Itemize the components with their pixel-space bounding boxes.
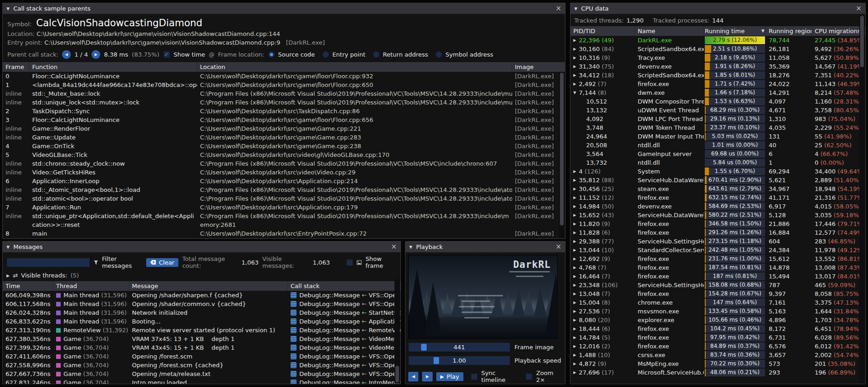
message-callstack-button[interactable]: DebugLog::Message ← StartNetwo... (288, 308, 400, 317)
cpu-process-row[interactable]: ▶18,444 (6)firefox.exe104.2 ms (0.45%)8,… (571, 324, 865, 333)
message-callstack-button[interactable]: DebugLog::Message ← VFS::Open... (288, 370, 400, 378)
cpu-process-row[interactable]: ▶4,768 (7)firefox.exe187.54 ms (0.81%)14… (571, 263, 865, 272)
message-row[interactable]: 626,024,328nsMain thread (31,596)Network… (3, 308, 400, 317)
cpu-thread-row[interactable]: 3,564GameInput server69.68 us (0.00%)64 … (571, 150, 865, 158)
message-row[interactable]: 627,380,356nsGame (36,704)VRAM 37x45: 13… (3, 335, 400, 343)
message-row[interactable]: 627,667,736nsGame (36,704)Opening /meta/… (3, 370, 400, 378)
cpu-process-row[interactable]: ▶13,044 (10)StandardCollector.Service.ex… (571, 246, 865, 254)
message-row[interactable]: 627,313,190nsRemoteView (31,392)Remote v… (3, 326, 400, 335)
playback-titlebar[interactable]: ▼ Playback × (405, 242, 565, 253)
expand-row-icon[interactable]: ▶ (573, 219, 579, 228)
expand-row-icon[interactable]: ▶ (573, 281, 579, 289)
expand-row-icon[interactable]: ▶ (573, 62, 579, 71)
message-row[interactable]: 606,117,568nsMain thread (31,596)Opening… (3, 300, 400, 308)
collapse-icon[interactable]: ▼ (409, 245, 412, 249)
play-button[interactable]: ▶Play (436, 372, 463, 381)
expand-row-icon[interactable]: ▶ (573, 237, 579, 246)
collapse-icon[interactable]: ▼ (6, 6, 10, 11)
cpu-process-row[interactable]: ▶27,696 (17)Microsoft.ServiceHub.Control… (571, 368, 865, 377)
close-icon[interactable]: × (555, 5, 561, 12)
cpu-process-row[interactable]: ▶15,652 (43)ServiceHub.DataWarehouseHost… (571, 211, 865, 219)
cpu-process-row[interactable]: ▶2,492 (7)firefox.exe1.71 s (7.42%)24,02… (571, 80, 865, 88)
zoom-2x-checkbox[interactable] (525, 373, 532, 380)
cpu-process-row[interactable]: ▶12,692 (9)firefox.exe231.76 ms (1.00%)1… (571, 254, 865, 263)
cpu-process-row[interactable]: ▶1,488 (10)csrss.exe83.74 ms (0.36%)3,65… (571, 351, 865, 359)
close-icon[interactable]: × (391, 243, 397, 250)
frame-image-slider[interactable]: 441 (408, 342, 510, 352)
col-thread[interactable]: Thread (53, 281, 129, 291)
cpu-thread-row[interactable]: 4,092DWM LPC Port Thread29.16 ms (0.13%)… (571, 115, 865, 123)
callstack-frame-row[interactable]: inlineinvoke_maind:\agent\_work\63\s\src… (3, 238, 565, 238)
expand-row-icon[interactable]: ▶ (573, 333, 579, 342)
cpu-process-row[interactable]: ▶30,160 (84)ScriptedSandbox64.exe2.51 s … (571, 45, 865, 53)
message-callstack-button[interactable]: DebugLog::Message ← Application:... (288, 317, 400, 326)
cpu-process-row[interactable]: ▶15,004 (8)chrome.exe147 ms (0.64%)7,161… (571, 298, 865, 307)
callstack-frame-row[interactable]: inlinestd::chrono::steady_clock::nowC:\P… (3, 159, 565, 168)
callstack-frame-row[interactable]: 0Floor::CalcLightNoLuminanceC:\Users\wol… (3, 72, 565, 81)
radio-symbol-address[interactable] (435, 51, 442, 58)
callstack-frame-row[interactable]: inlineGame::RenderFloorC:\Users\wolf\Des… (3, 124, 565, 133)
expand-row-icon[interactable]: ▶ (573, 289, 579, 298)
cpu-titlebar[interactable]: ▼ CPU data × (571, 3, 865, 14)
expand-row-icon[interactable]: ▶ (573, 307, 579, 316)
message-callstack-button[interactable]: DebugLog::Message ← VFS::Open... (288, 291, 400, 300)
cpu-process-row[interactable]: ▶14,784 (5)firefox.exe97.95 ms (0.42%)6,… (571, 333, 865, 342)
cpu-thread-row[interactable]: 3,748DWM Token Thread23.37 ms (0.10%)4,0… (571, 123, 865, 132)
col-running-time[interactable]: Running time▼ (704, 26, 766, 36)
cpu-process-row[interactable]: ▶14,984 (50)devenv.exe584.69 ms (2.53%)6… (571, 202, 865, 211)
cpu-process-row[interactable]: ▶16,464 (7)firefox.exe187 ms (0.81%)15,4… (571, 272, 865, 281)
expand-row-icon[interactable]: ▶ (573, 316, 579, 324)
cpu-process-row[interactable]: ▶4,872 (9)MsMpEng.exe70.22 ms (0.30%)573… (571, 359, 865, 368)
callstack-frame-row[interactable]: inlinestd::_Atomic_storage<bool,1>::load… (3, 185, 565, 194)
expand-row-icon[interactable]: ▶ (573, 228, 579, 237)
message-row[interactable]: 606,049,398nsMain thread (31,596)Opening… (3, 291, 400, 300)
cpu-process-row[interactable]: ▶34,412 (18)ScriptedSandbox64.exe1.85 s … (571, 71, 865, 80)
playback-speed-slider[interactable]: 1.00 (408, 356, 510, 365)
expand-row-icon[interactable]: ▶ (573, 324, 579, 333)
message-callstack-button[interactable]: DebugLog::Message ← VFS::Open... (288, 352, 400, 361)
expand-row-icon[interactable]: ▶ (573, 272, 579, 281)
col-message[interactable]: Message (129, 281, 288, 291)
cpu-process-row[interactable]: ▶11,820 (9)firefox.exe346.58 ms (1.50%)2… (571, 219, 865, 228)
visible-threads-row[interactable]: ▶ ⇄ Visible threads: (5) (3, 271, 400, 281)
col-location[interactable]: Location (197, 62, 512, 72)
message-callstack-button[interactable]: DebugLog::Message ← VideoMemo... (288, 335, 400, 343)
cpu-process-row[interactable]: ▶22,396 (49)DarkRL.exe2.79 s (12.06%)78,… (571, 36, 865, 45)
cpu-thread-row[interactable]: 24,964DWM Master Input Thread5.03 ms (0.… (571, 132, 865, 141)
show-time-checkbox[interactable]: ✓ (163, 51, 170, 58)
cpu-process-row[interactable]: ▶27,536 (7)msvsmon.exe133.45 ms (0.58%)5… (571, 307, 865, 316)
cpu-process-row[interactable]: ▶30,456 (25)steam.exe643.61 ms (2.79%)34… (571, 185, 865, 193)
callstack-frame-row[interactable]: inlinestd::atomic<bool>::operator boolC:… (3, 194, 565, 203)
callstack-frame-row[interactable]: inlinestd::unique_lock<std::mutex>::lock… (3, 98, 565, 107)
message-row[interactable]: 627,558,996nsGame (36,704)Opening /fores… (3, 361, 400, 370)
expand-row-icon[interactable]: ▶ (573, 246, 579, 254)
cpu-process-row[interactable]: ▶12,016 (2)firefox.exe84.89 ms (0.37%)6,… (571, 342, 865, 351)
expand-row-icon[interactable]: ▶ (573, 53, 579, 62)
radio-source-code[interactable] (268, 51, 275, 58)
callstack-frame-row[interactable]: inlinestd::unique_ptr<Application,std::d… (3, 212, 565, 229)
expand-row-icon[interactable]: ▶ (573, 298, 579, 307)
col-function[interactable]: Function (29, 62, 197, 72)
expand-row-icon[interactable]: ▶ (573, 359, 579, 368)
expand-row-icon[interactable]: ▶ (573, 254, 579, 263)
next-frame-button[interactable]: ▶ (422, 372, 432, 381)
expand-row-icon[interactable]: ▶ (573, 342, 579, 351)
next-stack-button[interactable]: ▶ (91, 50, 100, 59)
expand-row-icon[interactable]: ▶ (573, 351, 579, 359)
callstack-frame-row[interactable]: 5VideoGLBase::TickC:\Users\wolf\Desktop\… (3, 150, 565, 159)
expand-row-icon[interactable]: ▶ (573, 45, 579, 53)
cpu-process-row[interactable]: ▶11,152 (12)firefox.exe632.15 ms (2.74%)… (571, 193, 865, 202)
expand-row-icon[interactable]: ▶ (573, 71, 579, 80)
messages-scrollbar[interactable] (394, 279, 400, 383)
cpu-thread-row[interactable]: 13,732ntdll.dll5.84 us (0.00%)10 (0.00%) (571, 158, 865, 167)
close-icon[interactable]: × (555, 243, 561, 250)
callstack-frame-row[interactable]: inlineGame::UpdateC:\Users\wolf\Desktop\… (3, 133, 565, 142)
radio-entry-point[interactable] (322, 51, 329, 58)
close-icon[interactable]: × (856, 5, 862, 12)
callstack-frame-row[interactable]: 3Floor::CalcLightNoLuminanceC:\Users\wol… (3, 116, 565, 124)
expand-row-icon[interactable]: ▶ (573, 211, 579, 219)
col-running-regions[interactable]: Running regions (766, 26, 812, 36)
cpu-process-row[interactable]: ▶35,812 (88)ServiceHub.DataWarehouseHost… (571, 176, 865, 185)
cpu-process-row[interactable]: ▶4 (126)System1.55 s (6.70%)69,29434,400… (571, 167, 865, 176)
message-callstack-button[interactable]: DebugLog::Message ← RemoteVie... (288, 326, 400, 335)
